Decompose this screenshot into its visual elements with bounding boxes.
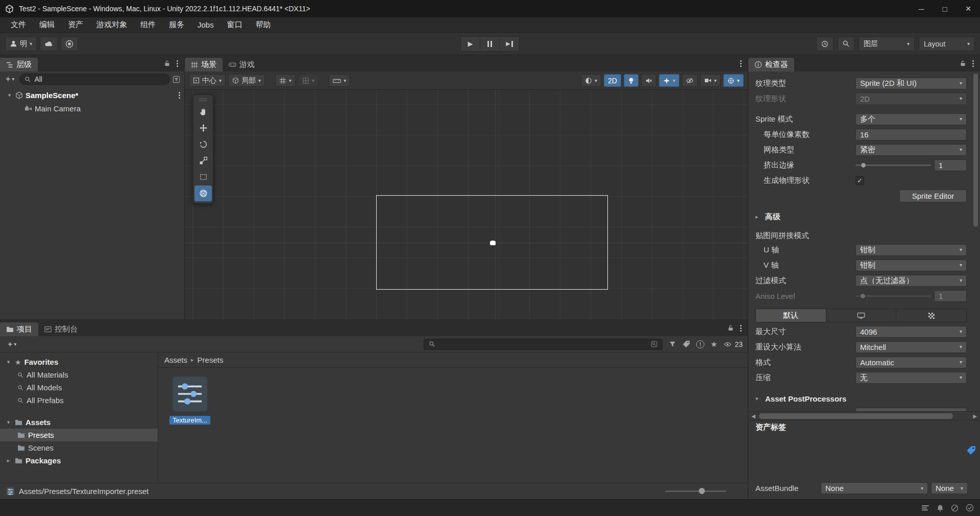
tab-console[interactable]: 控制台 xyxy=(38,322,84,336)
create-button[interactable]: +▾ xyxy=(3,74,17,85)
layout-dropdown[interactable]: Layout ▾ xyxy=(919,37,975,51)
asset-item-textureimporter[interactable]: TextureIm... xyxy=(166,374,213,425)
tree-item-all-prefabs[interactable]: All Prefabs xyxy=(0,394,158,407)
layers-dropdown[interactable]: 图层 ▾ xyxy=(859,37,915,51)
asset-grid[interactable]: TextureIm... xyxy=(158,368,748,483)
menu-jobs[interactable]: Jobs xyxy=(191,17,220,32)
tool-pivot-dropdown[interactable]: 中心 ▾ xyxy=(189,74,226,87)
cloud-services-button[interactable] xyxy=(40,37,58,51)
tool-space-dropdown[interactable]: 局部 ▾ xyxy=(228,74,265,87)
platform-tab-standalone[interactable] xyxy=(826,309,897,322)
minimize-button[interactable]: ─ xyxy=(910,0,933,17)
texture-type-dropdown[interactable]: Sprite (2D 和 UI) ▾ xyxy=(855,78,967,89)
extrude-edges-field[interactable]: 1 xyxy=(934,159,967,171)
foldout-closed-icon[interactable]: ▸ xyxy=(5,457,12,464)
scene-viewport[interactable] xyxy=(185,90,748,319)
hierarchy-item-main-camera[interactable]: Main Camera xyxy=(0,102,184,115)
tree-item-scenes[interactable]: Scenes xyxy=(0,441,158,454)
assetbundle-dropdown[interactable]: None ▾ xyxy=(821,482,928,494)
transform-tool[interactable] xyxy=(194,185,212,201)
tree-item-packages[interactable]: ▸ Packages xyxy=(0,454,158,467)
sprite-mode-dropdown[interactable]: 多个 ▾ xyxy=(855,113,967,125)
compression-dropdown[interactable]: 无 ▾ xyxy=(855,372,967,384)
scene-root-row[interactable]: ▾ SampleScene* xyxy=(0,88,184,102)
asset-label-tag-icon[interactable] xyxy=(966,445,976,455)
grid-snap-toggle[interactable]: ▾ xyxy=(275,74,296,87)
tree-item-favorites[interactable]: ▾ ★ Favorites xyxy=(0,356,158,368)
play-button[interactable]: ▶ xyxy=(461,37,480,51)
panel-menu-icon[interactable] xyxy=(740,327,742,329)
search-filter-icon[interactable] xyxy=(173,76,180,83)
tree-item-all-models[interactable]: All Models xyxy=(0,381,158,394)
inspector-vertical-scrollbar[interactable] xyxy=(972,72,979,411)
format-dropdown[interactable]: Automatic ▾ xyxy=(855,357,967,368)
progress-status-icon[interactable] xyxy=(966,504,974,512)
breadcrumb-root[interactable]: Assets xyxy=(164,356,187,364)
activity-icon[interactable] xyxy=(921,504,929,511)
menu-component[interactable]: 组件 xyxy=(134,17,162,32)
max-size-dropdown[interactable]: 4096 ▾ xyxy=(855,326,967,338)
wrap-u-dropdown[interactable]: 钳制 ▾ xyxy=(855,244,967,256)
menu-help[interactable]: 帮助 xyxy=(249,17,278,32)
tree-item-assets[interactable]: ▾ Assets xyxy=(0,416,158,429)
zoom-slider-thumb[interactable] xyxy=(699,488,705,494)
close-button[interactable]: × xyxy=(957,0,980,17)
camera-settings-dropdown[interactable]: ▾ xyxy=(700,74,721,87)
tree-item-presets[interactable]: Presets xyxy=(0,429,158,441)
scroll-left-icon[interactable]: ◀ xyxy=(750,413,757,419)
menu-services[interactable]: 服务 xyxy=(162,17,191,32)
panel-menu-icon[interactable] xyxy=(740,63,742,64)
gizmos-dropdown[interactable]: ▾ xyxy=(723,74,744,87)
advanced-search-icon[interactable] xyxy=(651,341,657,347)
lock-icon[interactable] xyxy=(727,324,734,332)
lock-icon[interactable] xyxy=(164,60,170,67)
tab-project[interactable]: 项目 xyxy=(0,322,38,336)
platform-tab-default[interactable]: 默认 xyxy=(756,309,826,322)
hidden-packages-counter[interactable]: 23 xyxy=(723,340,743,348)
scrollbar-thumb[interactable] xyxy=(973,74,978,227)
extrude-edges-slider[interactable] xyxy=(855,159,931,171)
view-hand-tool[interactable] xyxy=(194,104,212,120)
wrap-v-dropdown[interactable]: 钳制 ▾ xyxy=(855,260,967,271)
step-button[interactable]: ▶ xyxy=(500,37,519,51)
scroll-right-icon[interactable]: ▶ xyxy=(971,413,978,419)
notifications-icon[interactable] xyxy=(937,504,944,512)
mesh-type-dropdown[interactable]: 紧密 ▾ xyxy=(855,144,967,156)
scene-effects-dropdown[interactable]: ▾ xyxy=(659,74,679,87)
menu-edit[interactable]: 编辑 xyxy=(33,17,61,32)
account-button[interactable]: 明 ▾ xyxy=(5,37,37,51)
save-search-icon[interactable]: ★ xyxy=(710,340,717,349)
palette-drag-handle[interactable] xyxy=(194,97,212,103)
foldout-open-icon[interactable]: ▾ xyxy=(5,419,12,426)
tab-inspector[interactable]: 检查器 xyxy=(748,58,794,72)
import-log-icon[interactable]: ! xyxy=(696,340,704,348)
menu-window[interactable]: 窗口 xyxy=(220,17,249,32)
menu-assets[interactable]: 资产 xyxy=(61,17,90,32)
hierarchy-search-input[interactable]: All xyxy=(19,74,170,85)
search-by-label-icon[interactable] xyxy=(682,340,690,348)
move-tool[interactable] xyxy=(194,120,212,136)
project-search-input[interactable] xyxy=(424,339,663,350)
advanced-foldout[interactable]: ▸ 高级 xyxy=(748,209,980,224)
inspector-horizontal-scrollbar[interactable]: ◀ ▶ xyxy=(748,411,980,420)
scene-lighting-toggle[interactable] xyxy=(624,74,639,87)
foldout-open-icon[interactable]: ▾ xyxy=(6,92,13,99)
create-asset-button[interactable]: +▾ xyxy=(5,339,19,350)
asset-postprocessors-foldout[interactable]: ▾ Asset PostProcessors xyxy=(748,391,980,406)
scene-audio-toggle[interactable] xyxy=(641,74,656,87)
platform-tab-dedicated-server[interactable] xyxy=(896,309,966,322)
selected-sprite[interactable] xyxy=(490,241,496,245)
version-control-button[interactable] xyxy=(61,37,78,51)
sprite-editor-button[interactable]: Sprite Editor xyxy=(899,190,967,202)
tab-hierarchy[interactable]: 层级 xyxy=(0,58,38,72)
pause-button[interactable] xyxy=(480,37,500,51)
filter-mode-dropdown[interactable]: 点（无过滤器） ▾ xyxy=(855,275,967,287)
snap-increment-toggle[interactable]: ▾ xyxy=(298,74,318,87)
shading-mode-dropdown[interactable]: ▾ xyxy=(581,74,601,87)
lock-icon[interactable] xyxy=(960,60,966,67)
menu-gameobject[interactable]: 游戏对象 xyxy=(90,17,134,32)
scene-menu-icon[interactable] xyxy=(179,95,180,96)
panel-menu-icon[interactable] xyxy=(177,63,178,64)
tab-scene[interactable]: 场景 xyxy=(185,58,223,72)
maximize-button[interactable]: □ xyxy=(933,0,957,17)
